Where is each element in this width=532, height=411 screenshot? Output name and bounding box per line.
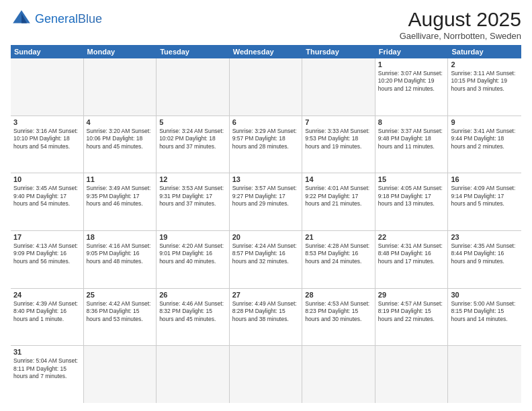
calendar-cell: 28Sunrise: 4:53 AM Sunset: 8:23 PM Dayli… [302,289,375,346]
day-info: Sunrise: 4:13 AM Sunset: 9:09 PM Dayligh… [13,242,81,265]
calendar-row: 3Sunrise: 3:16 AM Sunset: 10:10 PM Dayli… [11,116,521,174]
day-info: Sunrise: 4:49 AM Sunset: 8:28 PM Dayligh… [232,300,300,323]
logo-text: GeneralBlue [35,13,102,25]
day-number: 15 [378,175,445,183]
calendar-row: 17Sunrise: 4:13 AM Sunset: 9:09 PM Dayli… [11,231,521,289]
day-info: Sunrise: 3:49 AM Sunset: 9:35 PM Dayligh… [87,185,154,208]
day-info: Sunrise: 3:29 AM Sunset: 9:57 PM Dayligh… [232,128,300,150]
day-info: Sunrise: 4:35 AM Sunset: 8:44 PM Dayligh… [451,242,519,265]
day-info: Sunrise: 3:11 AM Sunset: 10:15 PM Daylig… [451,70,519,93]
title-block: August 2025 Gaellivare, Norrbotten, Swed… [400,8,521,41]
day-number: 9 [451,118,519,126]
day-number: 28 [305,291,372,299]
day-info: Sunrise: 3:16 AM Sunset: 10:10 PM Daylig… [13,128,81,150]
day-number: 25 [87,291,154,299]
calendar-cell: 6Sunrise: 3:29 AM Sunset: 9:57 PM Daylig… [230,116,303,173]
day-info: Sunrise: 4:16 AM Sunset: 9:05 PM Dayligh… [87,242,154,265]
calendar-cell: 2Sunrise: 3:11 AM Sunset: 10:15 PM Dayli… [448,58,521,116]
calendar-cell [84,346,157,403]
day-info: Sunrise: 4:20 AM Sunset: 9:01 PM Dayligh… [159,242,226,265]
calendar-cell: 20Sunrise: 4:24 AM Sunset: 8:57 PM Dayli… [230,231,303,288]
logo-general: General [35,12,78,26]
logo: GeneralBlue [11,8,102,30]
calendar-cell: 1Sunrise: 3:07 AM Sunset: 10:20 PM Dayli… [375,58,449,116]
header: GeneralBlue August 2025 Gaellivare, Norr… [11,8,521,41]
day-info: Sunrise: 3:41 AM Sunset: 9:44 PM Dayligh… [451,128,519,150]
day-number: 7 [305,118,372,126]
calendar-cell: 22Sunrise: 4:31 AM Sunset: 8:48 PM Dayli… [375,231,449,288]
day-number: 20 [232,233,300,241]
calendar-cell: 18Sunrise: 4:16 AM Sunset: 9:05 PM Dayli… [84,231,157,288]
day-number: 14 [305,175,372,183]
calendar-cell: 27Sunrise: 4:49 AM Sunset: 8:28 PM Dayli… [230,289,303,346]
weekday-header: Monday [84,45,157,58]
calendar: SundayMondayTuesdayWednesdayThursdayFrid… [11,45,521,403]
day-info: Sunrise: 4:05 AM Sunset: 9:18 PM Dayligh… [378,185,445,208]
day-number: 21 [305,233,372,241]
day-number: 24 [13,291,81,299]
calendar-cell [84,58,157,116]
day-number: 11 [87,175,154,183]
calendar-row: 1Sunrise: 3:07 AM Sunset: 10:20 PM Dayli… [11,58,521,116]
calendar-cell: 16Sunrise: 4:09 AM Sunset: 9:14 PM Dayli… [448,173,521,230]
calendar-header: SundayMondayTuesdayWednesdayThursdayFrid… [11,45,521,58]
calendar-cell: 8Sunrise: 3:37 AM Sunset: 9:48 PM Daylig… [375,116,449,173]
day-number: 19 [159,233,226,241]
calendar-cell: 4Sunrise: 3:20 AM Sunset: 10:06 PM Dayli… [84,116,157,173]
day-info: Sunrise: 3:57 AM Sunset: 9:27 PM Dayligh… [232,185,300,208]
day-number: 27 [232,291,300,299]
calendar-cell [375,346,449,403]
day-number: 16 [451,175,519,183]
day-info: Sunrise: 3:07 AM Sunset: 10:20 PM Daylig… [378,70,445,93]
calendar-cell [11,58,84,116]
calendar-cell [302,58,375,116]
calendar-cell: 25Sunrise: 4:42 AM Sunset: 8:36 PM Dayli… [84,289,157,346]
day-info: Sunrise: 4:24 AM Sunset: 8:57 PM Dayligh… [232,242,300,265]
weekday-header: Sunday [11,45,84,58]
day-number: 10 [13,175,81,183]
logo-icon [11,8,32,30]
calendar-cell [157,58,230,116]
day-info: Sunrise: 3:20 AM Sunset: 10:06 PM Daylig… [87,128,154,150]
day-info: Sunrise: 4:39 AM Sunset: 8:40 PM Dayligh… [13,300,81,323]
calendar-cell: 9Sunrise: 3:41 AM Sunset: 9:44 PM Daylig… [448,116,521,173]
day-info: Sunrise: 4:09 AM Sunset: 9:14 PM Dayligh… [451,185,519,208]
day-info: Sunrise: 3:33 AM Sunset: 9:53 PM Dayligh… [305,128,372,150]
day-number: 17 [13,233,81,241]
subtitle: Gaellivare, Norrbotten, Sweden [400,31,521,41]
day-number: 30 [451,291,519,299]
day-info: Sunrise: 4:28 AM Sunset: 8:53 PM Dayligh… [305,242,372,265]
weekday-header: Wednesday [230,45,303,58]
day-number: 22 [378,233,445,241]
day-info: Sunrise: 3:24 AM Sunset: 10:02 PM Daylig… [159,128,226,150]
calendar-cell: 26Sunrise: 4:46 AM Sunset: 8:32 PM Dayli… [157,289,230,346]
day-info: Sunrise: 5:00 AM Sunset: 8:15 PM Dayligh… [451,300,519,323]
calendar-cell: 10Sunrise: 3:45 AM Sunset: 9:40 PM Dayli… [11,173,84,230]
calendar-cell: 23Sunrise: 4:35 AM Sunset: 8:44 PM Dayli… [448,231,521,288]
calendar-cell: 15Sunrise: 4:05 AM Sunset: 9:18 PM Dayli… [375,173,449,230]
calendar-cell: 24Sunrise: 4:39 AM Sunset: 8:40 PM Dayli… [11,289,84,346]
weekday-header: Saturday [448,45,521,58]
calendar-cell: 30Sunrise: 5:00 AM Sunset: 8:15 PM Dayli… [448,289,521,346]
day-number: 29 [378,291,445,299]
calendar-cell: 29Sunrise: 4:57 AM Sunset: 8:19 PM Dayli… [375,289,449,346]
calendar-cell [157,346,230,403]
calendar-row: 31Sunrise: 5:04 AM Sunset: 8:11 PM Dayli… [11,346,521,403]
day-number: 5 [159,118,226,126]
calendar-cell [448,346,521,403]
day-number: 3 [13,118,81,126]
logo-blue: Blue [78,12,102,26]
calendar-cell [230,346,303,403]
main-title: August 2025 [400,8,521,31]
weekday-header: Thursday [302,45,375,58]
calendar-cell [230,58,303,116]
calendar-cell: 19Sunrise: 4:20 AM Sunset: 9:01 PM Dayli… [157,231,230,288]
day-number: 1 [378,60,445,68]
calendar-cell [302,346,375,403]
calendar-cell: 7Sunrise: 3:33 AM Sunset: 9:53 PM Daylig… [302,116,375,173]
page: GeneralBlue August 2025 Gaellivare, Norr… [0,0,532,411]
day-info: Sunrise: 3:53 AM Sunset: 9:31 PM Dayligh… [159,185,226,208]
calendar-cell: 17Sunrise: 4:13 AM Sunset: 9:09 PM Dayli… [11,231,84,288]
day-number: 4 [87,118,154,126]
weekday-header: Friday [375,45,449,58]
